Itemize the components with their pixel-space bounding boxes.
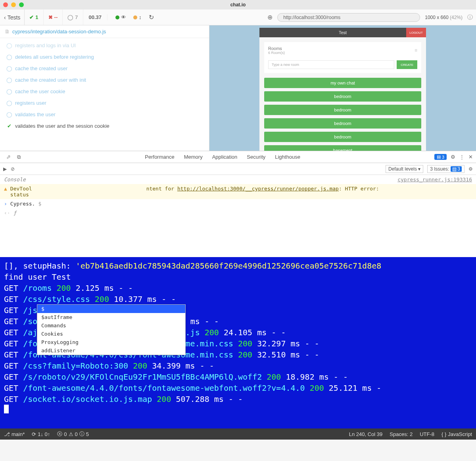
aut-preview: Test LOGOUT Rooms 6 Room(s) ≡ Type a new… <box>209 25 476 151</box>
new-room-input[interactable]: Type a new room <box>268 60 394 69</box>
device-toolbar-button[interactable]: ⧉ <box>14 154 24 160</box>
recording-indicator: 👁 <box>115 14 126 20</box>
x-icon: ✖ <box>48 14 53 20</box>
braces-icon: { } <box>441 431 446 437</box>
create-room-button[interactable]: CREATE <box>397 60 417 69</box>
room-button[interactable]: my own chat <box>264 78 421 88</box>
test-item[interactable]: ◯cache the user cookie <box>0 86 209 97</box>
settings-icon[interactable]: ⚙ <box>451 154 455 160</box>
pending-icon: ◯ <box>6 54 12 60</box>
autocomplete-item[interactable]: Cookies <box>37 330 185 338</box>
autocomplete-dropdown: $$autIframeCommandsCookiesProxyLoggingad… <box>37 304 186 355</box>
check-icon: ✔ <box>6 123 12 129</box>
output-caret-icon: ‹· <box>4 210 10 216</box>
issues-button[interactable]: 3 Issues: ▤ 3 <box>427 165 464 173</box>
chevron-left-icon: ‹ <box>4 14 6 21</box>
test-item[interactable]: ◯registers user <box>0 97 209 109</box>
terminal-log-line: GET /css?family=Roboto:300 200 34.399 ms… <box>4 360 472 371</box>
info-icon[interactable]: ⓘ <box>467 14 476 21</box>
autocomplete-item[interactable]: ProxyLogging <box>37 338 185 346</box>
git-sync[interactable]: ⟳ 1↓ 0↑ <box>32 431 50 437</box>
updown-icon[interactable]: ↕ <box>139 14 142 20</box>
terminal-log-line: GET /socket.io/socket.io.js.map 200 507.… <box>4 394 472 405</box>
tests-pending-stat: ◯ 7 <box>63 10 83 25</box>
autocomplete-item[interactable]: addListener <box>37 346 185 355</box>
terminal-log-line: GET /s/roboto/v29/KFOlCnqEu92Fr1MmSU5fBB… <box>4 371 472 382</box>
error-icon: ⓧ <box>57 430 62 438</box>
room-button[interactable]: bedroom <box>264 105 421 115</box>
test-label: registers user <box>15 100 46 106</box>
devtools-tabs: ⬀ ⧉ ElementsConsoleSourcesNetworkPerform… <box>0 151 476 163</box>
check-icon: ✔ <box>29 14 34 20</box>
logout-button[interactable]: LOGOUT <box>406 28 426 37</box>
clear-console-button[interactable]: ⊘ <box>11 166 15 172</box>
selector-playground-button[interactable]: ⊕ <box>263 13 277 21</box>
devtools-tab-memory[interactable]: Memory <box>179 154 207 160</box>
spec-file-link[interactable]: 🗎 cypress/integration/data-session-demo.… <box>0 25 209 38</box>
app-nav-title: Test <box>339 30 347 35</box>
console-input-row[interactable]: › Cypress.$ <box>0 199 476 208</box>
close-devtools-button[interactable]: ✕ <box>468 154 473 160</box>
source-link[interactable]: cypress_runner.js:193316 <box>397 177 472 182</box>
room-button[interactable]: bedroom <box>264 118 421 129</box>
terminal-log-line: GET /font-awesome/4.4.0/fonts/fontawesom… <box>4 382 472 394</box>
autocomplete-item[interactable]: $autIframe <box>37 313 185 321</box>
autocomplete-item[interactable]: $ <box>37 305 185 313</box>
viewport-size[interactable]: 1000 x 660 (42%) <box>420 15 467 20</box>
sourcemap-link[interactable]: http://localhost:3000/__cypress/runner/p… <box>177 186 339 192</box>
console-context-row: Console cypress_runner.js:193316 <box>0 175 476 184</box>
minimize-window-button[interactable] <box>11 2 16 7</box>
test-item[interactable]: ◯cache the created user <box>0 63 209 74</box>
devtools-tab-lighthouse[interactable]: Lighthouse <box>270 154 305 160</box>
inspect-element-button[interactable]: ⬀ <box>3 154 14 160</box>
git-branch[interactable]: ⎇ main* <box>4 431 25 437</box>
test-runner-panel: 🗎 cypress/integration/data-session-demo.… <box>0 25 209 151</box>
info-icon: ⓘ <box>79 430 84 438</box>
file-icon: 🗎 <box>5 29 10 35</box>
aut-url[interactable]: http://localhost:3000/rooms <box>277 13 420 22</box>
indentation[interactable]: Spaces: 2 <box>390 431 413 437</box>
autocomplete-item[interactable]: Commands <box>37 321 185 330</box>
pending-icon: ◯ <box>6 111 12 117</box>
devtools-tab-security[interactable]: Security <box>242 154 270 160</box>
problems-indicator[interactable]: ⓧ0 ⚠0 ⓘ5 <box>57 430 89 438</box>
messages-badge[interactable]: ▤ 3 <box>434 154 447 160</box>
chat-icon: ▤ <box>452 166 457 172</box>
maximize-window-button[interactable] <box>19 2 24 7</box>
test-item[interactable]: ◯registers and logs in via UI <box>0 40 209 51</box>
reload-button[interactable]: ↻ <box>149 13 154 21</box>
console-play-button[interactable]: ▶ <box>3 166 7 172</box>
language-mode[interactable]: { } JavaScript <box>441 431 472 437</box>
room-button[interactable]: bedroom <box>264 91 421 102</box>
snapshot-indicator: ↕ <box>133 14 142 20</box>
encoding[interactable]: UTF-8 <box>420 431 434 437</box>
terminal-cursor <box>4 405 9 413</box>
test-item[interactable]: ✔validates the user and the session cook… <box>0 120 209 132</box>
devtools-tab-performance[interactable]: Performance <box>140 154 179 160</box>
chat-icon: ▤ <box>437 154 441 159</box>
tests-back-button[interactable]: ‹ Tests <box>0 10 25 25</box>
cypress-toolbar: ‹ Tests ✔ 1 ✖ -- ◯ 7 00.37 👁 ↕ ↻ ⊕ http:… <box>0 10 476 25</box>
eye-icon[interactable]: 👁 <box>121 14 126 20</box>
log-levels-select[interactable]: Default levels ▾ <box>386 165 423 173</box>
console-output-row: ‹· ƒ <box>0 208 476 217</box>
circle-icon: ◯ <box>67 14 73 20</box>
test-item[interactable]: ◯deletes all users before registering <box>0 51 209 63</box>
test-item[interactable]: ◯cache the created user with init <box>0 74 209 86</box>
close-window-button[interactable] <box>3 2 8 7</box>
git-branch-icon: ⎇ <box>4 431 10 437</box>
test-label: validates the user <box>15 111 56 117</box>
test-duration: 00.37 <box>83 14 108 20</box>
devtools-tab-application[interactable]: Application <box>207 154 242 160</box>
console-settings-icon[interactable]: ⚙ <box>468 166 473 172</box>
tests-passed-stat: ✔ 1 <box>25 10 43 25</box>
pending-icon: ◯ <box>6 88 12 94</box>
room-button[interactable]: bedroom <box>264 132 421 142</box>
terminal-log-line: GET /rooms 200 2.125 ms - - <box>4 282 472 294</box>
more-icon[interactable]: ⋮ <box>459 154 464 160</box>
test-item[interactable]: ◯validates the user <box>0 109 209 120</box>
window-title: chat.io <box>230 2 246 8</box>
menu-icon[interactable]: ≡ <box>415 48 417 53</box>
cursor-position[interactable]: Ln 240, Col 39 <box>349 431 383 437</box>
test-label: cache the created user with init <box>15 77 86 83</box>
